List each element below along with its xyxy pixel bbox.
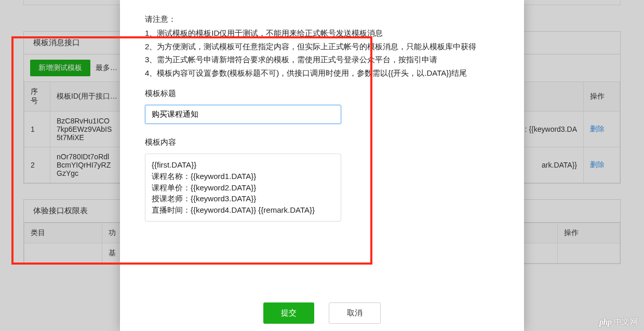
- watermark-text: 中文网: [614, 317, 638, 327]
- template-modal: 请注意： 1、测试模板的模板ID仅用于测试，不能用来给正式帐号发送模板消息 2、…: [120, 0, 524, 331]
- cancel-button[interactable]: 取消: [329, 302, 381, 324]
- watermark-badge: php: [599, 318, 611, 327]
- notice-item: 4、模板内容可设置参数(模板标题不可)，供接口调用时使用，参数需以{{开头，以.…: [145, 66, 499, 80]
- content-textarea[interactable]: {{first.DATA}} 课程名称：{{keyword1.DATA}} 课程…: [145, 154, 341, 222]
- submit-button[interactable]: 提交: [263, 302, 314, 324]
- title-input[interactable]: [145, 105, 341, 124]
- title-label: 模板标题: [145, 89, 499, 99]
- notice-item: 1、测试模板的模板ID仅用于测试，不能用来给正式帐号发送模板消息: [145, 26, 499, 40]
- watermark: php 中文网: [599, 317, 638, 327]
- notice-list: 1、测试模板的模板ID仅用于测试，不能用来给正式帐号发送模板消息 2、为方便测试…: [145, 26, 499, 79]
- modal-footer: 提交 取消: [145, 295, 499, 331]
- notice-item: 3、需为正式帐号申请新增符合要求的模板，需使用正式号登录公众平台，按指引申请: [145, 53, 499, 66]
- notice-item: 2、为方便测试，测试模板可任意指定内容，但实际上正式帐号的模板消息，只能从模板库…: [145, 40, 499, 53]
- content-label: 模板内容: [145, 137, 499, 147]
- notice-title: 请注意：: [145, 15, 499, 24]
